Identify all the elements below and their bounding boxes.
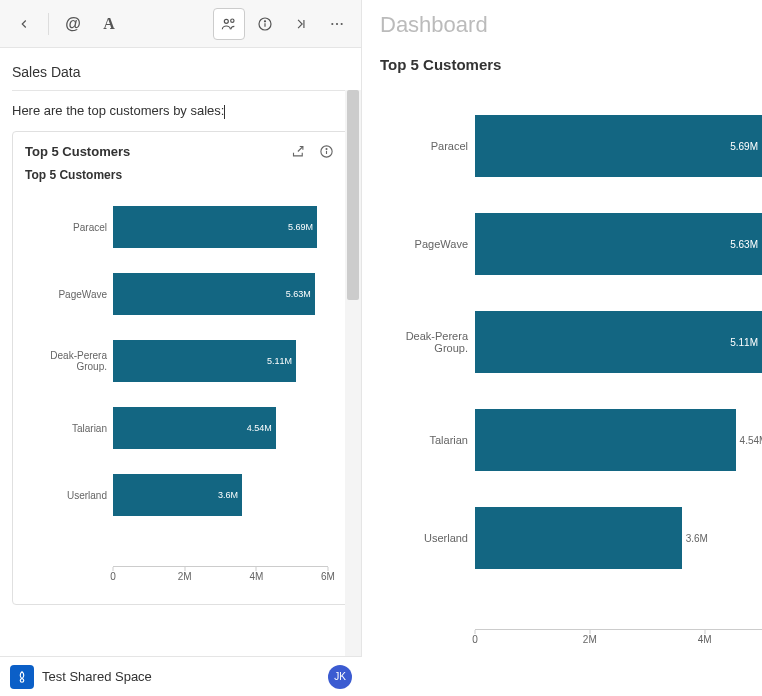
space-name[interactable]: Test Shared Space <box>42 669 320 684</box>
bar-value-label: 4.54M <box>740 435 762 446</box>
editor-body: Sales Data Here are the top customers by… <box>0 48 361 696</box>
bar-category-label: Deak-Perera Group. <box>380 330 468 354</box>
bar-value-label: 5.63M <box>730 239 758 250</box>
back-button[interactable] <box>8 8 40 40</box>
x-tick-label: 4M <box>249 571 263 582</box>
bar[interactable] <box>475 409 736 471</box>
card-title: Top 5 Customers <box>25 144 130 159</box>
bar-row: Paracel5.69M <box>113 194 328 261</box>
bar-row: PageWave5.63M <box>113 261 328 328</box>
user-avatar[interactable]: JK <box>328 665 352 689</box>
bar-category-label: Userland <box>380 532 468 544</box>
bar-category-label: Talarian <box>23 423 107 434</box>
bar[interactable] <box>475 507 682 569</box>
bar-row: Userland3.6M <box>113 462 328 529</box>
separator <box>48 13 49 35</box>
x-tick-label: 4M <box>698 634 712 645</box>
x-tick-label: 2M <box>178 571 192 582</box>
x-tick-label: 0 <box>110 571 116 582</box>
bar-row: Deak-Perera Group.5.11M <box>113 328 328 395</box>
bar-category-label: PageWave <box>380 238 468 250</box>
bar-row: Paracel5.69M <box>475 97 762 195</box>
x-tick-label: 6M <box>321 571 335 582</box>
bar-row: PageWave5.63M <box>475 195 762 293</box>
bar-value-label: 3.6M <box>686 533 708 544</box>
svg-point-0 <box>224 19 228 23</box>
bar-row: Userland3.6M <box>475 489 762 587</box>
bar[interactable]: 5.63M <box>113 273 315 315</box>
scrollbar-thumb[interactable] <box>347 90 359 300</box>
bar-row: Deak-Perera Group.5.11M <box>475 293 762 391</box>
x-tick-label: 2M <box>583 634 597 645</box>
bar-category-label: Paracel <box>23 222 107 233</box>
bar[interactable]: 5.11M <box>113 340 296 382</box>
svg-point-4 <box>264 20 265 21</box>
more-button[interactable] <box>321 8 353 40</box>
bar-category-label: Deak-Perera Group. <box>23 350 107 372</box>
bar-value-label: 5.69M <box>288 222 313 232</box>
svg-point-7 <box>336 22 338 24</box>
bar-category-label: Paracel <box>380 140 468 152</box>
bar[interactable]: 5.69M <box>113 206 317 248</box>
dashboard-title: Dashboard <box>362 0 762 44</box>
bar[interactable]: 5.11M <box>475 311 762 373</box>
toolbar: @ A <box>0 0 361 48</box>
svg-point-12 <box>20 678 24 682</box>
editor-area[interactable]: Here are the top customers by sales: Top… <box>12 103 349 605</box>
info-icon[interactable] <box>316 142 336 162</box>
bar-value-label: 4.54M <box>247 423 272 433</box>
people-button[interactable] <box>213 8 245 40</box>
svg-point-11 <box>326 149 327 150</box>
chart-large: Paracel5.69MPageWave5.63MDeak-Perera Gro… <box>380 97 762 657</box>
bar-category-label: Talarian <box>380 434 468 446</box>
card-subtitle: Top 5 Customers <box>25 168 336 182</box>
bar-row: Talarian4.54M <box>113 395 328 462</box>
mention-button[interactable]: @ <box>57 8 89 40</box>
dashboard-chart-title: Top 5 Customers <box>380 56 762 73</box>
bar[interactable]: 4.54M <box>113 407 276 449</box>
footer-bar: Test Shared Space JK <box>0 656 362 696</box>
bar-value-label: 3.6M <box>218 490 238 500</box>
bar-value-label: 5.11M <box>730 337 758 348</box>
bar-value-label: 5.63M <box>286 289 311 299</box>
skip-end-button[interactable] <box>285 8 317 40</box>
bar-category-label: Userland <box>23 490 107 501</box>
bar-category-label: PageWave <box>23 289 107 300</box>
text-line[interactable]: Here are the top customers by sales: <box>12 103 349 119</box>
bar-value-label: 5.11M <box>267 356 292 366</box>
x-tick-label: 0 <box>472 634 478 645</box>
info-button[interactable] <box>249 8 281 40</box>
bar[interactable]: 5.63M <box>475 213 762 275</box>
scrollbar[interactable] <box>345 90 361 656</box>
space-icon[interactable] <box>10 665 34 689</box>
section-title: Sales Data <box>12 64 349 91</box>
bar[interactable]: 3.6M <box>113 474 242 516</box>
editor-panel: @ A Sales Data Here are the top customer… <box>0 0 362 696</box>
share-icon[interactable] <box>288 142 308 162</box>
chart-small: Paracel5.69MPageWave5.63MDeak-Perera Gro… <box>25 194 336 594</box>
svg-point-8 <box>341 22 343 24</box>
svg-point-6 <box>331 22 333 24</box>
bar-row: Talarian4.54M <box>475 391 762 489</box>
dashboard-panel: Dashboard Top 5 Customers Paracel5.69MPa… <box>362 0 762 696</box>
text-format-button[interactable]: A <box>93 8 125 40</box>
svg-point-1 <box>231 19 234 22</box>
text-cursor <box>224 105 225 119</box>
bar-value-label: 5.69M <box>730 141 758 152</box>
chart-card: Top 5 Customers Top 5 Customers Par <box>12 131 349 605</box>
bar[interactable]: 5.69M <box>475 115 762 177</box>
